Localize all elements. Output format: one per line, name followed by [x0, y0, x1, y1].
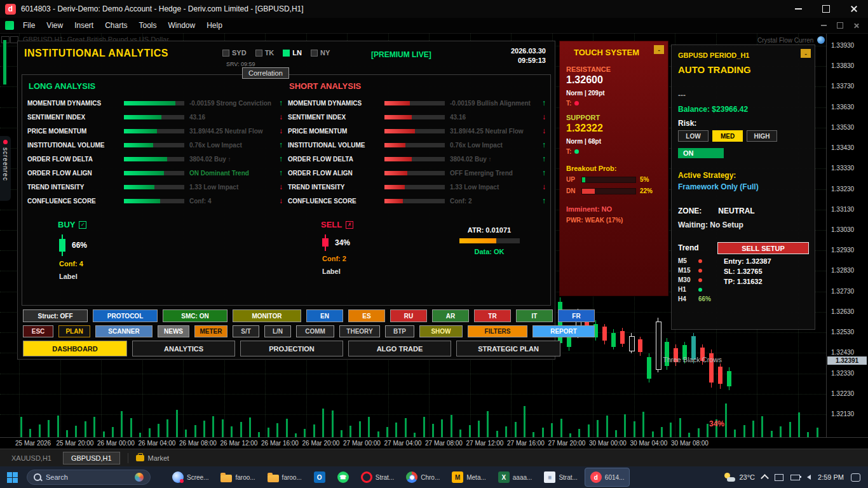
taskbar-item-6014[interactable]: 6014... [585, 468, 630, 487]
panel-button-comm[interactable]: COMM [296, 325, 334, 337]
whatsapp-icon [337, 471, 349, 483]
taskbar-item-chro[interactable]: Chro... [401, 468, 445, 486]
menu-view[interactable]: View [41, 21, 69, 30]
cast-icon[interactable] [775, 474, 783, 481]
menu-window[interactable]: Window [163, 21, 201, 30]
panel-button-it[interactable]: IT [516, 309, 553, 322]
taskbar-item-strat[interactable]: Strat... [356, 468, 399, 486]
menu-charts[interactable]: Charts [99, 21, 133, 30]
tab-gbpusd-h1[interactable]: GBPUSD,H1 [63, 452, 120, 464]
panel-button-strategic-plan[interactable]: STRATEGIC PLAN [456, 341, 560, 356]
menu-help[interactable]: Help [201, 21, 228, 30]
taskbar-item-label: Chro... [421, 474, 440, 481]
risk-med[interactable]: MED [712, 130, 743, 142]
panel-button-en[interactable]: EN [306, 309, 343, 322]
panel-button-algo-trade[interactable]: ALGO TRADE [348, 341, 451, 356]
notification-icon[interactable] [851, 473, 860, 482]
taskbar-item-label: Strat... [376, 474, 394, 481]
tray-expand-icon[interactable] [761, 474, 769, 482]
sell-setup-button[interactable]: SELL SETUP [717, 242, 809, 254]
analysis-row-price-momentum: PRICE MOMENTUM31.89/44.25 Neutral Flow↓ [288, 124, 546, 138]
start-button[interactable] [0, 472, 24, 483]
atr-block: ATR: 0.01071 Data: OK [438, 226, 540, 255]
on-button[interactable]: ON [678, 148, 724, 158]
long-rows: MOMENTUM DYNAMICS-0.00159 Strong Convict… [27, 96, 283, 208]
panel-button-projection[interactable]: PROJECTION [240, 341, 343, 356]
volume-bar [515, 422, 517, 437]
taskbar-item-aaaa[interactable]: aaaa... [493, 468, 538, 486]
panel-button-protocol[interactable]: PROTOCOL [93, 309, 158, 322]
minimize-button[interactable] [784, 0, 812, 18]
taskbar-item-label: Meta... [466, 474, 486, 481]
analysis-row-label: CONFLUENCE SCORE [27, 198, 124, 205]
maximize-button[interactable] [812, 0, 840, 18]
taskbar-item-outlook[interactable] [309, 468, 330, 486]
screenrec-widget[interactable]: screenrec [0, 136, 11, 201]
panel-button-struct-off[interactable]: Struct: OFF [23, 309, 88, 322]
touch-minimize-button[interactable]: - [654, 45, 664, 54]
panel-button-theory[interactable]: THEORY [339, 325, 380, 337]
long-analysis-title: LONG ANALYSIS [29, 81, 283, 91]
server-time-label: SRV: 09:59 [226, 61, 255, 67]
panel-button-show[interactable]: SHOW [419, 325, 463, 337]
panel-button-plan[interactable]: PLAN [58, 325, 90, 337]
search-input[interactable]: Search [27, 470, 151, 485]
panel-button-dashboard[interactable]: DASHBOARD [23, 341, 127, 356]
volume-bar [349, 426, 351, 437]
risk-high[interactable]: HIGH [747, 130, 777, 142]
buy-checkbox-icon[interactable] [79, 221, 86, 229]
trend-arrow-icon: ↓ [274, 126, 283, 135]
search-icon [34, 473, 41, 481]
percent-annotation: 34% [709, 419, 724, 428]
taskbar-item-whatsapp[interactable] [332, 468, 354, 486]
panel-button-esc[interactable]: ESC [23, 325, 53, 337]
panel-button-es[interactable]: ES [348, 309, 385, 322]
panel-button-btp[interactable]: BTP [385, 325, 414, 337]
taskbar-item-meta[interactable]: Meta... [447, 468, 491, 486]
panel-button-analytics[interactable]: ANALYTICS [132, 341, 235, 356]
support-norm: Norm | 68pt [566, 138, 601, 145]
panel-button-monitor[interactable]: MONITOR [233, 309, 301, 322]
clock[interactable]: 2:59 PM [818, 473, 844, 481]
candle-body [611, 333, 616, 347]
tab-xauusd-h1[interactable]: XAUUSD,H1 [3, 452, 60, 464]
panel-button-meter[interactable]: METER [194, 325, 227, 337]
panel-button-smc-on[interactable]: SMC: ON [163, 309, 227, 322]
child-minimize-icon[interactable] [821, 25, 827, 26]
panel-button-scanner[interactable]: SCANNER [95, 325, 153, 337]
volume-bar [121, 411, 123, 437]
menu-file[interactable]: File [17, 21, 41, 30]
panel-button-report[interactable]: REPORT [532, 325, 595, 337]
panel-button-l-n[interactable]: L/N [264, 325, 291, 337]
speaker-icon[interactable] [807, 475, 811, 480]
timeframe-m15: M15 [678, 266, 711, 275]
panel-button-tr[interactable]: TR [474, 309, 511, 322]
volume-bar [222, 419, 224, 437]
panel-button-news[interactable]: NEWS [158, 325, 189, 337]
sell-checkbox-icon[interactable] [346, 221, 353, 229]
close-button[interactable] [840, 0, 868, 18]
panel-button-ru[interactable]: RU [390, 309, 427, 322]
taskbar-item-faroo[interactable]: faroo... [215, 468, 260, 486]
auto-minimize-button[interactable]: - [801, 49, 811, 58]
menu-insert[interactable]: Insert [69, 21, 99, 30]
panel-button-ar[interactable]: AR [432, 309, 469, 322]
panel-button-fr[interactable]: FR [558, 309, 595, 322]
copilot-icon[interactable] [135, 473, 144, 482]
current-price-badge: 1.32391 [827, 356, 867, 365]
weather-widget[interactable]: 23°C [724, 473, 755, 482]
taskbar-item-scree[interactable]: Scree... [167, 468, 214, 486]
child-close-icon[interactable] [853, 23, 859, 29]
sell-percent: 34% [335, 238, 350, 247]
menu-tools[interactable]: Tools [133, 21, 163, 30]
risk-low[interactable]: LOW [678, 130, 709, 142]
battery-icon[interactable] [790, 475, 800, 480]
child-restore-icon[interactable] [837, 22, 843, 29]
panel-button-filters[interactable]: FILTERS [468, 325, 527, 337]
panel-button-s-t[interactable]: S/T [233, 325, 259, 337]
taskbar-item-faroo[interactable]: faroo... [262, 468, 307, 486]
risk-buttons: LOWMEDHIGH [678, 130, 777, 142]
breakout-up-row: UP 5% [566, 176, 649, 183]
volume-bar [304, 429, 306, 437]
taskbar-item-strat[interactable]: Strat... [539, 468, 582, 486]
